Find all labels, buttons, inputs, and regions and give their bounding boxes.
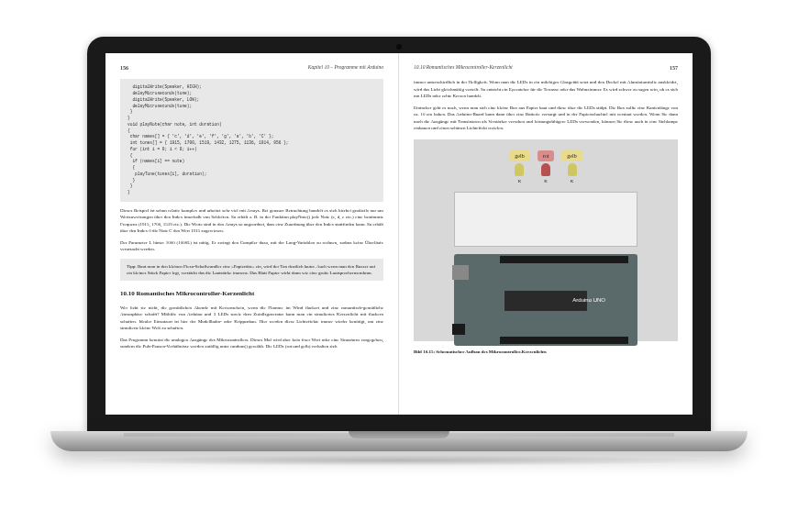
paragraph: immer unterschiedlich in der Helligkeit.… — [414, 79, 678, 100]
code-line: char names[] = { 'c', 'd', 'e', 'f', 'g'… — [127, 134, 376, 140]
led-group-yellow: gelb K — [509, 150, 529, 184]
trackpad-notch — [349, 431, 449, 438]
camera-dot — [396, 44, 402, 50]
led-labels-row: gelb K rot K gelb K — [421, 150, 671, 184]
code-line: } — [127, 178, 376, 184]
paragraph: Das Programm benutzt die analogen Ausgän… — [120, 337, 383, 350]
code-line: playTone(tones[i], duration); — [127, 172, 376, 178]
led-label-yellow: gelb — [561, 150, 582, 161]
screen-bezel: 156 Kapitel 10 – Programme mit Arduino d… — [87, 37, 711, 431]
led-icon — [541, 163, 550, 176]
code-line: { — [127, 165, 376, 172]
arduino-header-pins — [500, 337, 628, 344]
led-cathode-label: K — [509, 178, 529, 184]
code-line: void playNote(char note, int duration) — [127, 122, 376, 128]
code-line: } — [127, 183, 376, 190]
code-line: } — [127, 109, 376, 116]
circuit-diagram: gelb K rot K gelb K — [414, 139, 678, 341]
code-line: digitalWrite(Speaker, HIGH); — [127, 84, 376, 91]
page-number-left: 156 — [120, 64, 128, 72]
breadboard-icon — [454, 192, 637, 247]
code-line: digitalWrite(Speaker, LOW); — [127, 97, 376, 104]
paragraph: Dieses Beispiel ist schon relativ komple… — [120, 207, 383, 235]
code-line: } — [127, 190, 376, 196]
arduino-header-pins — [500, 256, 628, 263]
code-line: for (int i = 0; i < 8; i++) — [127, 147, 376, 153]
usb-port-icon — [452, 265, 469, 280]
page-header-right: 10.10 Romantisches Mikrocontroller-Kerze… — [414, 64, 678, 72]
paragraph: Wer liebt sie nicht, die gemütlichen Abe… — [120, 305, 383, 332]
code-line: int tones[] = { 1915, 1700, 1519, 1432, … — [127, 140, 376, 147]
section-heading: 10.10 Romantisches Mikrocontroller-Kerze… — [120, 290, 383, 299]
page-header-left: 156 Kapitel 10 – Programme mit Arduino — [120, 64, 383, 72]
code-line: if (names[i] == note) — [127, 159, 376, 165]
screen-content: 156 Kapitel 10 – Programme mit Arduino d… — [105, 53, 693, 415]
book-page-left: 156 Kapitel 10 – Programme mit Arduino d… — [105, 53, 399, 415]
code-line: } — [127, 116, 376, 122]
paragraph: Der Parameter L hinter 1000 (1000L) ist … — [120, 239, 383, 253]
led-label-yellow: gelb — [509, 150, 529, 161]
page-number-right: 157 — [670, 64, 678, 72]
led-icon — [568, 163, 577, 176]
led-group-yellow: gelb K — [561, 150, 582, 184]
led-cathode-label: K — [561, 178, 582, 184]
chapter-title-right: 10.10 Romantisches Mikrocontroller-Kerze… — [414, 64, 513, 72]
led-cathode-label: K — [538, 178, 555, 184]
code-block: digitalWrite(Speaker, HIGH); delayMicros… — [120, 79, 383, 202]
led-group-red: rot K — [538, 150, 555, 184]
code-line: delayMicroseconds(tone); — [127, 91, 376, 97]
code-line: { — [127, 128, 376, 135]
paragraph: Einfacher geht es noch, wenn man sich ei… — [414, 105, 678, 132]
chapter-title-left: Kapitel 10 – Programme mit Arduino — [308, 64, 383, 72]
arduino-board-icon: Arduino UNO — [454, 254, 637, 346]
tip-box: Tipp: Baut man in den kleinen Piezo-Scha… — [120, 259, 383, 281]
laptop-shadow — [78, 455, 720, 466]
laptop-base — [50, 431, 748, 451]
led-label-red: rot — [538, 150, 555, 161]
arduino-brand-label: Arduino UNO — [572, 296, 605, 304]
breadboard-holes — [459, 196, 633, 242]
power-port-icon — [452, 324, 465, 335]
led-icon — [515, 163, 524, 176]
figure-caption: Bild 10.15: Schematischer Aufbau des Mik… — [414, 349, 678, 355]
code-line: delayMicroseconds(tone); — [127, 104, 376, 110]
book-page-right: 10.10 Romantisches Mikrocontroller-Kerze… — [399, 53, 693, 415]
laptop-mockup: 156 Kapitel 10 – Programme mit Arduino d… — [50, 37, 748, 495]
code-line: { — [127, 153, 376, 160]
